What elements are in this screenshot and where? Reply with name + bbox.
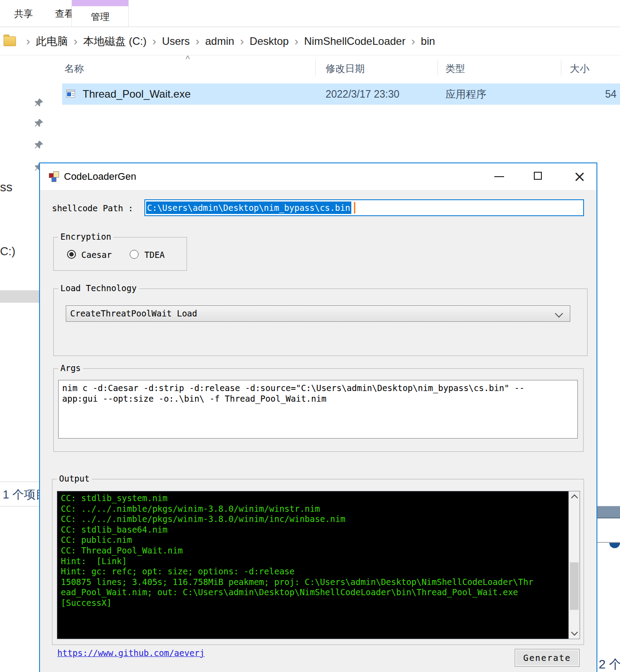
pushpin-icon[interactable] — [34, 140, 44, 150]
breadcrumb-item-bin[interactable]: bin — [421, 28, 435, 55]
dialog-title: CodeLoaderGen — [64, 163, 136, 190]
sidebar-item-fragment[interactable]: ss — [0, 180, 12, 194]
exe-file-icon — [66, 90, 75, 98]
radio-caesar[interactable] — [67, 250, 76, 259]
background-knob — [609, 543, 620, 548]
args-textarea[interactable]: nim c -d:Caesar -d:strip -d:release -d:s… — [58, 380, 578, 439]
scroll-up-icon[interactable] — [569, 491, 580, 502]
shellcode-path-input[interactable]: C:\Users\admin\Desktop\nim_bypass\cs.bin — [144, 199, 584, 216]
scrollbar-thumb[interactable] — [570, 562, 579, 610]
column-divider[interactable] — [561, 59, 561, 75]
breadcrumb: › 此电脑 › 本地磁盘 (C:) › Users › admin › Desk… — [0, 27, 620, 55]
console-log: CC: stdlib_system.nim CC: ../../.nimble/… — [57, 491, 569, 639]
tab-manage-label: 管理 — [91, 11, 110, 23]
console-line: CC: public.nim — [61, 535, 533, 546]
file-name: Thread_Pool_Wait.exe — [83, 83, 191, 105]
breadcrumb-chevron-icon: › — [152, 28, 156, 55]
file-modified-date: 2022/3/17 23:30 — [326, 83, 399, 105]
column-header-type[interactable]: 类型 — [445, 62, 465, 75]
output-groupbox: Output CC: stdlib_system.nim CC: ../../.… — [52, 479, 584, 645]
tab-accent-strip — [72, 0, 128, 6]
console-line: Hint: [Link] — [61, 556, 533, 567]
console-line: CC: stdlib_system.nim — [61, 493, 533, 504]
breadcrumb-chevron-icon: › — [411, 28, 415, 55]
column-divider[interactable] — [437, 59, 438, 75]
radio-caesar-label[interactable]: Caesar — [81, 250, 112, 260]
file-type: 应用程序 — [445, 83, 486, 105]
breadcrumb-item-users[interactable]: Users — [162, 28, 190, 55]
column-header-name[interactable]: 名称 — [64, 62, 84, 75]
tab-share[interactable]: 共享 — [4, 0, 44, 27]
text-caret — [354, 202, 355, 213]
output-console[interactable]: CC: stdlib_system.nim CC: ../../.nimble/… — [57, 491, 580, 639]
load-technology-dropdown[interactable]: CreateThreatPoolWait Load — [66, 305, 570, 322]
load-technology-groupbox: Load Technology CreateThreatPoolWait Loa… — [53, 289, 588, 356]
load-technology-selected: CreateThreatPoolWait Load — [70, 308, 197, 318]
pushpin-icon[interactable] — [34, 98, 44, 108]
encryption-groupbox: Encryption Caesar TDEA — [53, 237, 187, 271]
column-header-size[interactable]: 大小 — [570, 62, 589, 75]
tab-manage[interactable]: 管理 — [72, 0, 129, 27]
app-icon — [49, 171, 60, 182]
status-count-fragment: 2 个 — [599, 656, 620, 672]
breadcrumb-item-desktop[interactable]: Desktop — [250, 28, 289, 55]
encryption-legend: Encryption — [58, 232, 113, 241]
file-list-header: 名称 ^ 修改日期 类型 大小 — [44, 56, 620, 81]
chevron-down-icon — [555, 309, 563, 317]
console-scrollbar[interactable] — [568, 491, 580, 639]
scroll-down-icon[interactable] — [569, 628, 580, 639]
maximize-button[interactable] — [529, 163, 548, 190]
generate-button[interactable]: Generate — [515, 649, 580, 667]
pushpin-icon[interactable] — [34, 119, 44, 128]
args-value: nim c -d:Caesar -d:strip -d:release -d:s… — [59, 380, 577, 438]
dialog-titlebar[interactable]: CodeLoaderGen × — [40, 163, 596, 190]
minimize-button[interactable] — [489, 163, 509, 190]
status-bar: 1 个项目 — [0, 482, 41, 506]
sidebar-selected-item-band[interactable] — [0, 290, 40, 303]
ribbon-tab-bar: 共享 查看 管理 — [0, 0, 620, 27]
breadcrumb-item-admin[interactable]: admin — [205, 28, 234, 55]
shellcode-path-value: C:\Users\admin\Desktop\nim_bypass\cs.bin — [146, 202, 351, 214]
file-row-selected[interactable]: Thread_Pool_Wait.exe 2022/3/17 23:30 应用程… — [62, 83, 620, 105]
sidebar-item-fragment-drive[interactable]: C:) — [0, 245, 16, 258]
args-legend: Args — [58, 363, 83, 373]
console-line: [SuccessX] — [61, 598, 533, 609]
console-line: Hint: gc: refc; opt: size; options: -d:r… — [61, 566, 533, 577]
shellcode-path-label: shellcode Path : — [52, 203, 133, 213]
console-line: CC: ../../.nimble/pkgs/winim-3.8.0/winim… — [61, 514, 533, 525]
github-link[interactable]: https://www.github.com/aeverj — [57, 648, 205, 658]
console-line: 150875 lines; 3.405s; 116.758MiB peakmem… — [61, 577, 533, 598]
breadcrumb-chevron-icon: › — [195, 28, 199, 55]
breadcrumb-item-local-disk[interactable]: 本地磁盘 (C:) — [83, 28, 147, 55]
output-legend: Output — [57, 474, 92, 483]
breadcrumb-chevron-icon: › — [74, 28, 78, 55]
background-window-band — [596, 506, 620, 518]
breadcrumb-chevron-icon: › — [240, 28, 244, 55]
codeloadergen-window: CodeLoaderGen × shellcode Path : C:\User… — [39, 162, 597, 672]
sort-ascending-icon[interactable]: ^ — [186, 54, 190, 64]
radio-tdea[interactable] — [130, 250, 139, 259]
breadcrumb-chevron-icon: › — [294, 28, 298, 55]
column-divider[interactable] — [315, 59, 316, 75]
folder-icon[interactable] — [4, 36, 16, 46]
column-header-modified[interactable]: 修改日期 — [326, 62, 365, 75]
close-icon[interactable]: × — [568, 163, 591, 190]
breadcrumb-item-nimshellcodeloader[interactable]: NimShellCodeLoader — [304, 28, 405, 55]
load-technology-legend: Load Technology — [58, 283, 139, 293]
console-line: CC: stdlib_base64.nim — [61, 525, 533, 535]
radio-tdea-label[interactable]: TDEA — [144, 250, 165, 260]
file-size: 54 — [605, 83, 616, 105]
console-line: CC: Thread_Pool_Wait.nim — [61, 546, 533, 556]
breadcrumb-item-this-pc[interactable]: 此电脑 — [36, 28, 68, 55]
args-groupbox: Args nim c -d:Caesar -d:strip -d:release… — [53, 368, 584, 452]
console-line: CC: ../../.nimble/pkgs/winim-3.8.0/winim… — [61, 504, 533, 514]
breadcrumb-chevron-icon: › — [26, 28, 30, 55]
